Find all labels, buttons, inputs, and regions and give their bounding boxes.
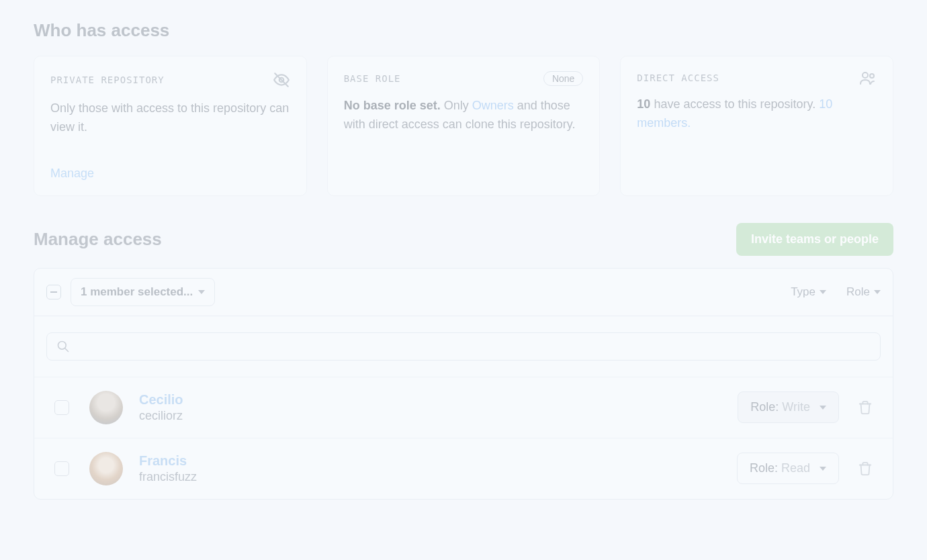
manage-link[interactable]: Manage [50, 167, 94, 181]
svg-point-2 [863, 73, 868, 78]
role-dropdown[interactable]: Role: Write [738, 391, 839, 423]
direct-access-count: 10 [637, 97, 650, 111]
private-repo-body: Only those with access to this repositor… [50, 99, 290, 137]
member-login: francisfuzz [139, 470, 737, 484]
remove-member-button[interactable] [858, 400, 873, 415]
base-role-card: BASE ROLE None No base role set. Only Ow… [327, 56, 601, 196]
member-name-link[interactable]: Francis [139, 453, 737, 469]
role-dropdown[interactable]: Role: Read [737, 453, 839, 484]
member-row: Cecilio ceciliorz Role: Write [34, 377, 893, 438]
base-role-label: BASE ROLE [344, 73, 401, 84]
remove-member-button[interactable] [858, 461, 873, 476]
member-row: Francis francisfuzz Role: Read [34, 438, 893, 499]
chevron-down-icon [820, 467, 826, 471]
avatar [89, 452, 123, 485]
member-name-link[interactable]: Cecilio [139, 392, 738, 408]
svg-line-5 [65, 348, 69, 351]
direct-access-label: DIRECT ACCESS [637, 73, 719, 83]
svg-point-3 [870, 74, 874, 78]
search-input-wrapper[interactable] [46, 332, 881, 361]
base-role-badge: None [543, 71, 583, 86]
member-checkbox[interactable] [54, 461, 69, 476]
chevron-down-icon [198, 290, 205, 294]
access-cards: PRIVATE REPOSITORY Only those with acces… [34, 56, 893, 196]
type-filter[interactable]: Type [791, 285, 826, 299]
manage-access-panel: 1 member selected... Type Role Cecilio [34, 268, 893, 500]
member-checkbox[interactable] [54, 400, 69, 415]
direct-access-body: 10 have access to this repository. 10 me… [637, 95, 877, 133]
eye-slash-icon [273, 71, 290, 89]
base-role-bold: No base role set. [344, 99, 441, 112]
page-title: Who has access [34, 20, 893, 41]
invite-button[interactable]: Invite teams or people [736, 223, 893, 256]
private-repo-label: PRIVATE REPOSITORY [50, 75, 165, 85]
people-icon [859, 71, 877, 85]
search-input[interactable] [77, 340, 871, 353]
manage-access-title: Manage access [34, 229, 162, 250]
select-all-checkbox[interactable] [46, 285, 61, 299]
owners-link[interactable]: Owners [472, 99, 514, 112]
avatar [89, 391, 123, 424]
search-icon [56, 340, 70, 353]
chevron-down-icon [874, 290, 881, 294]
role-filter[interactable]: Role [846, 285, 881, 299]
chevron-down-icon [820, 406, 826, 410]
base-role-body: No base role set. Only Owners and those … [344, 97, 584, 134]
member-login: ceciliorz [139, 409, 738, 423]
direct-access-card: DIRECT ACCESS 10 have access to this rep… [620, 56, 893, 196]
selection-dropdown[interactable]: 1 member selected... [71, 278, 215, 306]
chevron-down-icon [820, 290, 826, 294]
private-repo-card: PRIVATE REPOSITORY Only those with acces… [34, 56, 307, 196]
